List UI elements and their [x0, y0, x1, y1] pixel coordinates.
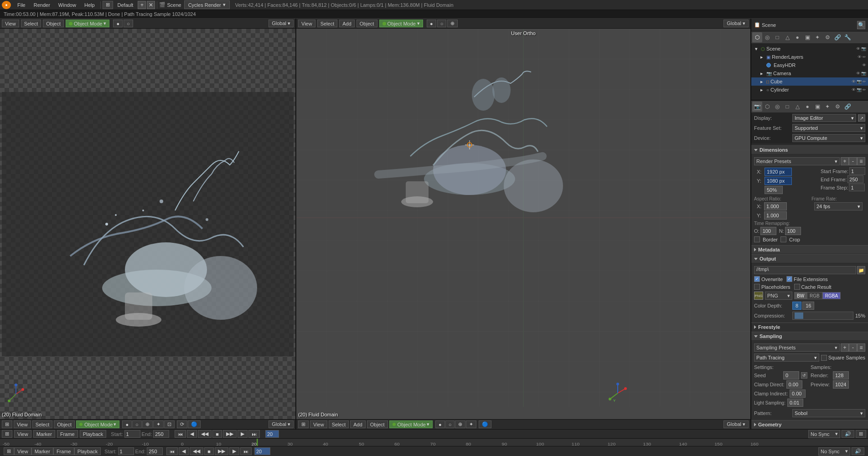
res-x-input[interactable]: 1920 px [765, 168, 792, 176]
menu-render[interactable]: Render [30, 1, 54, 9]
vp-shading-footer-3[interactable]: ⊕ [455, 420, 465, 428]
props-tab-particles[interactable]: ✦ [822, 102, 832, 112]
camera-render[interactable]: 📷 [861, 71, 866, 76]
outliner-tab-modifiers[interactable]: 🔧 [842, 32, 852, 42]
outliner-tab-mesh[interactable]: △ [782, 32, 792, 42]
timeline-marker-btn[interactable]: Marker [33, 430, 55, 438]
timeline-frame-btn[interactable]: Frame [57, 430, 78, 438]
sync-dropdown[interactable]: No Sync ▾ [808, 430, 840, 438]
timeline-end-input[interactable]: 250 [153, 430, 169, 438]
o-input[interactable]: 100 [760, 227, 776, 235]
framerate-dropdown[interactable]: 24 fps ▾ [814, 202, 863, 210]
jump-start-btn[interactable]: ⏮ [175, 430, 186, 438]
step-forward-btn[interactable]: ▶ [238, 430, 248, 438]
output-path-input[interactable]: //tmp\ [754, 266, 856, 274]
clamp-direct-input[interactable]: 0.00 [786, 380, 802, 389]
global-btn-left[interactable]: Global ▾ [269, 420, 294, 428]
cylinder-edit[interactable]: ✏ [863, 87, 866, 92]
viewport-shading-solid[interactable]: ● [113, 20, 123, 27]
status-playback-btn[interactable]: Playback [74, 447, 101, 455]
square-samples-checkbox[interactable] [821, 355, 827, 361]
outliner-search[interactable]: 🔍 [857, 21, 865, 29]
tree-item-cylinder[interactable]: ▸ ○ Cylinder 👁 📷 ✏ [751, 86, 868, 94]
status-stop[interactable]: ■ [204, 447, 214, 455]
format-dropdown[interactable]: PNG ▾ [765, 292, 792, 300]
border-checkbox[interactable] [754, 236, 760, 242]
props-tab-scene[interactable]: ⬡ [762, 102, 772, 112]
editor-icon-right[interactable]: ⊞ [298, 420, 309, 428]
depth-16-btn[interactable]: 16 [802, 302, 814, 310]
play-btn[interactable]: ▶▶ [223, 430, 237, 438]
easyhdr-vis[interactable]: 👁 [862, 63, 866, 67]
props-tab-data[interactable]: △ [792, 102, 802, 112]
status-jump-start[interactable]: ⏮ [166, 447, 178, 455]
outliner-tab-object[interactable]: □ [772, 32, 782, 42]
freestyle-section-header[interactable]: Freestyle [751, 323, 868, 332]
snap-btn[interactable]: 🔵 [188, 420, 201, 428]
status-play[interactable]: ▶▶ [215, 447, 228, 455]
editor-icon-left[interactable]: ⊞ [2, 420, 12, 428]
tree-item-camera[interactable]: ▸ 📷 Camera 👁 📷 [751, 69, 868, 77]
pivot-btn[interactable]: ⟳ [177, 420, 187, 428]
tree-item-renderlayers[interactable]: ▸ ▣ RenderLayers 👁 ✏ [751, 53, 868, 61]
status-end-input[interactable]: 250 [147, 447, 163, 455]
menu-help[interactable]: Help [81, 1, 98, 9]
timeline-audio-btn[interactable]: 🔊 [842, 430, 854, 438]
outliner-tab-material[interactable]: ● [792, 32, 802, 42]
current-frame-input[interactable]: 20 [265, 430, 279, 438]
start-frame-input[interactable]: 1 [849, 167, 865, 175]
vp-shading-right-1[interactable]: ● [427, 20, 436, 27]
preset-menu-btn[interactable]: ≡ [857, 157, 865, 165]
status-editor-icon[interactable]: ⊞ [4, 447, 14, 455]
status-current-input[interactable]: 20 [254, 447, 270, 455]
render-viewport[interactable]: (20) Fluid Domain [0, 29, 295, 419]
status-sync-dropdown[interactable]: No Sync ▾ [818, 447, 850, 456]
timeline-expand-btn[interactable]: ⊞ [856, 430, 866, 438]
jump-end-btn[interactable]: ⏭ [248, 430, 260, 438]
metadata-section-header[interactable]: Metadata [751, 245, 868, 254]
mode-btn-right[interactable]: Object Mode ▾ [389, 420, 433, 428]
outliner-tab-physics[interactable]: ⚙ [822, 32, 832, 42]
compression-slider[interactable] [792, 312, 853, 320]
clamp-indirect-input[interactable]: 0.00 [790, 389, 806, 398]
camera-vis[interactable]: 👁 [856, 71, 860, 76]
object-menu-left[interactable]: Object [43, 20, 64, 27]
global-local-right[interactable]: Global ▾ [723, 20, 749, 27]
menu-window[interactable]: Window [55, 1, 80, 9]
mode-selector-left[interactable]: Object Mode ▾ [66, 20, 109, 27]
seed-random-btn[interactable]: ↺ [801, 372, 807, 379]
timeline-playback-btn[interactable]: Playback [80, 430, 107, 438]
outliner-tab-texture[interactable]: ▣ [802, 32, 812, 42]
menu-file[interactable]: File [14, 1, 29, 9]
sampling-section-header[interactable]: Sampling [751, 332, 868, 341]
view-menu-left[interactable]: View [2, 20, 19, 27]
object-btn-left[interactable]: Object [54, 420, 75, 428]
sampling-preset-menu[interactable]: ≡ [857, 343, 865, 352]
n-input[interactable]: 100 [785, 227, 801, 235]
outliner-tab-constraints[interactable]: 🔗 [832, 32, 842, 42]
props-tab-render[interactable]: 📷 [752, 102, 762, 112]
aspect-y-input[interactable]: 1.000 [764, 211, 787, 220]
editor-type-btn[interactable]: ⊞ [103, 1, 113, 9]
view-menu-right[interactable]: View [298, 20, 315, 27]
overwrite-checkbox[interactable] [754, 276, 760, 282]
bw-btn[interactable]: BW [794, 292, 807, 299]
file-ext-checkbox[interactable] [786, 276, 792, 282]
mode-btn-left[interactable]: Object Mode ▾ [76, 420, 119, 428]
display-dropdown[interactable]: Image Editor ▾ [792, 114, 856, 122]
sampling-preset-add[interactable]: + [841, 343, 849, 352]
add-menu-right[interactable]: Add [339, 20, 355, 27]
preset-remove-btn[interactable]: - [849, 157, 857, 165]
status-start-input[interactable]: 1 [118, 447, 134, 455]
viewport-shading-wire[interactable]: ○ [124, 20, 133, 27]
timeline-view-btn[interactable]: View [14, 430, 31, 438]
feature-set-dropdown[interactable]: Supported ▾ [792, 124, 865, 132]
select-btn-left[interactable]: Select [32, 420, 53, 428]
dimensions-section-header[interactable]: Dimensions [751, 145, 868, 154]
render-presets-dropdown[interactable]: Render Presets ▾ [754, 157, 840, 165]
cube-vis[interactable]: 👁 [852, 79, 856, 84]
screen-remove-btn[interactable]: ✕ [147, 1, 155, 9]
end-frame-input[interactable]: 250 [847, 175, 863, 183]
output-folder-btn[interactable]: 📁 [857, 266, 865, 274]
vp-shading-right-2[interactable]: ○ [437, 20, 447, 27]
